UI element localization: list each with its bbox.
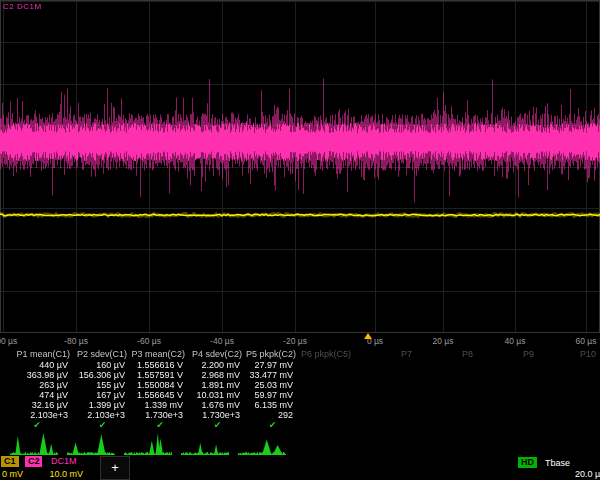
measure-value [416,370,477,380]
measure-value [299,380,355,390]
time-tick-label: -60 µs [137,336,161,346]
measure-header[interactable]: P7 [355,348,416,360]
time-tick-label: 20 µs [433,336,454,346]
channel2-descriptor-chip[interactable]: C2 [25,456,43,467]
waveform-canvas [0,0,600,334]
measure-header[interactable]: P8 [416,348,477,360]
table-row: 363.98 µV156.306 µV1.557591 V2.968 mV33.… [0,370,600,380]
measure-value [416,410,477,420]
histicon-thumbnail[interactable] [181,430,229,456]
measure-value: 1.730e+3 [131,410,189,420]
histicon-thumbnail[interactable] [238,430,286,456]
measure-value [355,360,416,370]
crosshair-icon[interactable]: + [100,456,130,480]
oscilloscope-screen: C2 DC1M -100 µs-80 µs-60 µs-40 µs-20 µs0… [0,0,600,480]
measure-value [299,390,355,400]
measure-value [416,360,477,370]
measure-value: 59.97 mV [246,390,299,400]
time-axis: -100 µs-80 µs-60 µs-40 µs-20 µs0 µs20 µs… [0,334,600,349]
measure-value: 1.556616 V [131,360,189,370]
measure-header[interactable]: P6 pkpk(C5) [299,348,355,360]
measure-value: 263 µV [0,380,74,390]
measure-value [416,400,477,410]
measure-value: 1.339 mV [131,400,189,410]
measure-value [416,380,477,390]
trigger-position-icon[interactable] [364,333,372,339]
measure-value: 363.98 µV [0,370,74,380]
measure-value [355,400,416,410]
measure-header[interactable]: P5 pkpk(C2) [246,348,299,360]
measure-value [355,390,416,400]
measure-value: 160 µV [74,360,131,370]
measure-value: 2.200 mV [189,360,246,370]
measure-header[interactable]: P10 [538,348,600,360]
measure-header[interactable]: P2 sdev(C1) [74,348,131,360]
measure-value [538,400,600,410]
measure-value: 33.477 mV [246,370,299,380]
measure-value: 474 µV [0,390,74,400]
time-tick-label: -20 µs [283,336,307,346]
measure-value [299,400,355,410]
waveform-plot-area: C2 DC1M [0,0,600,334]
measure-value: 1.676 mV [189,400,246,410]
histicon-thumbnail[interactable] [10,430,58,456]
trace-label: C2 DC1M [3,2,42,11]
histicon-thumbnail[interactable] [124,430,172,456]
measure-value: 27.97 mV [246,360,299,370]
table-row: 474 µV167 µV1.556645 V10.031 mV59.97 mV [0,390,600,400]
table-row: 2.103e+32.103e+31.730e+31.730e+3292 [0,410,600,420]
table-row: 263 µV155 µV1.550084 V1.891 mV25.03 mV [0,380,600,390]
measure-value: 1.556645 V [131,390,189,400]
timebase-descriptor[interactable]: Tbase [545,458,570,468]
time-tick-label: 60 µs [576,336,597,346]
measure-value: 1.399 µV [74,400,131,410]
time-tick-label: -80 µs [64,336,88,346]
measure-value: 6.135 mV [246,400,299,410]
measure-value: 1.557591 V [131,370,189,380]
measure-value [477,410,538,420]
measure-value: 1.730e+3 [189,410,246,420]
channel2-coupling-label: DC1M [51,456,77,467]
measure-value [477,370,538,380]
histicon-canvas [181,430,229,456]
measure-value: 2.103e+3 [0,410,74,420]
measure-value [538,380,600,390]
table-row: 32.16 µV1.399 µV1.339 mV1.676 mV6.135 mV [0,400,600,410]
measure-value: 155 µV [74,380,131,390]
timebase-scale-value: 20.0 µs [575,469,600,479]
measure-value: 2.968 mV [189,370,246,380]
time-tick-label: -100 µs [0,336,17,346]
measure-value: 1.550084 V [131,380,189,390]
measure-value [538,410,600,420]
measure-value [355,380,416,390]
measure-header[interactable]: P1 mean(C1) [0,348,74,360]
measure-value [477,380,538,390]
histicon-thumbnail[interactable] [67,430,115,456]
measure-value [538,360,600,370]
measure-value: 25.03 mV [246,380,299,390]
channel1-scale-offset: 0 mV 10.0 mV [2,469,83,479]
time-tick-label: -40 µs [210,336,234,346]
measure-value: 2.103e+3 [74,410,131,420]
hd-mode-badge[interactable]: HD [518,457,537,468]
histicon-canvas [238,430,286,456]
channel1-descriptor-chip[interactable]: C1 [1,456,19,467]
measure-value: 1.891 mV [189,380,246,390]
measure-header[interactable]: P3 mean(C2) [131,348,189,360]
measure-value: 10.031 mV [189,390,246,400]
measure-header[interactable]: P9 [477,348,538,360]
time-tick-label: 40 µs [505,336,526,346]
histicon-canvas [67,430,115,456]
measure-header[interactable]: P4 sdev(C2) [189,348,246,360]
measure-value [538,370,600,380]
table-row: 440 µV160 µV1.556616 V2.200 mV27.97 mV [0,360,600,370]
bottom-bar: C1 C2 DC1M 0 mV 10.0 mV + HD Tbase 20.0 … [0,456,600,480]
measure-value: 32.16 µV [0,400,74,410]
measure-value: 167 µV [74,390,131,400]
measure-value [299,360,355,370]
measure-value: 156.306 µV [74,370,131,380]
measure-value [477,390,538,400]
measure-value [477,360,538,370]
measure-value [416,390,477,400]
histicon-canvas [124,430,172,456]
